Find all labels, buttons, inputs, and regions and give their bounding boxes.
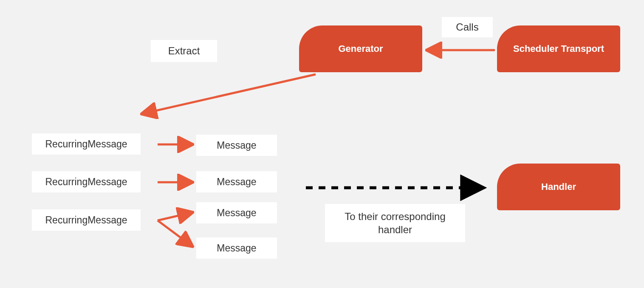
recurring-item-0-label: RecurringMessage [45, 138, 127, 150]
node-generator-label: Generator [338, 43, 383, 54]
recurring-item-2-label: RecurringMessage [45, 215, 127, 226]
node-scheduler-transport: Scheduler Transport [497, 25, 620, 72]
label-extract: Extract [151, 40, 217, 62]
message-item-0-label: Message [217, 140, 256, 151]
label-calls: Calls [442, 17, 493, 37]
node-handler: Handler [497, 164, 620, 210]
message-item-3: Message [196, 237, 277, 259]
message-item-2: Message [196, 202, 277, 223]
node-generator: Generator [299, 25, 422, 72]
message-item-0: Message [196, 135, 277, 156]
message-item-1: Message [196, 171, 277, 192]
recurring-item-2: RecurringMessage [32, 209, 141, 231]
message-item-3-label: Message [217, 243, 256, 254]
node-handler-label: Handler [541, 181, 576, 192]
label-to-handler: To their corresponding handler [325, 204, 465, 242]
label-to-handler-text: To their corresponding handler [328, 210, 462, 236]
edge-extract [142, 74, 316, 114]
recurring-item-1-label: RecurringMessage [45, 176, 127, 188]
label-extract-text: Extract [168, 45, 200, 57]
node-scheduler-transport-label: Scheduler Transport [513, 43, 604, 54]
message-item-2-label: Message [217, 207, 256, 219]
edge-rm2-m3 [158, 220, 192, 246]
message-item-1-label: Message [217, 176, 256, 188]
label-calls-text: Calls [456, 21, 478, 33]
edge-rm2-m2 [158, 212, 192, 220]
recurring-item-0: RecurringMessage [32, 133, 141, 155]
recurring-item-1: RecurringMessage [32, 171, 141, 192]
